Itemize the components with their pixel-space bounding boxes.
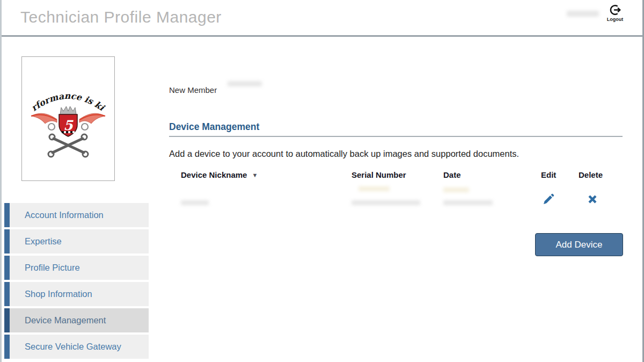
column-header-delete: Delete: [579, 170, 603, 179]
logo-crown: [60, 106, 76, 114]
sidebar-item-expertise[interactable]: Expertise: [4, 229, 149, 254]
app-header: Technician Profile Manager Logout: [0, 0, 644, 37]
redacted-smudge: [443, 187, 469, 192]
redacted-member-name: [228, 81, 262, 86]
column-header-date: Date: [443, 170, 461, 179]
section-title: Device Management: [169, 121, 259, 133]
add-device-button[interactable]: Add Device: [535, 233, 623, 256]
edit-device-button[interactable]: [541, 193, 555, 207]
sidebar-item-label: Expertise: [25, 236, 62, 246]
sidebar-item-label: Profile Picture: [25, 263, 80, 272]
sidebar-item-label: Secure Vehicle Gateway: [25, 342, 121, 351]
sidebar-item-label: Account Information: [25, 210, 104, 220]
sidebar-item-profile-picture[interactable]: Profile Picture: [4, 256, 149, 280]
section-divider: [169, 136, 623, 137]
profile-picture: performance is king 5: [21, 56, 115, 181]
redacted-serial-number: [352, 200, 420, 205]
sidebar-item-device-management[interactable]: Device Management: [4, 308, 149, 332]
sidebar-item-secure-vehicle-gateway[interactable]: Secure Vehicle Gateway: [4, 335, 149, 359]
redacted-smudge: [358, 186, 390, 191]
column-header-serial-number: Serial Number: [352, 170, 406, 179]
page-title: Technician Profile Manager: [20, 8, 222, 26]
sidebar-item-account-information[interactable]: Account Information: [4, 203, 149, 227]
sort-desc-icon[interactable]: ▼: [252, 172, 258, 178]
sidebar-nav: Account Information Expertise Profile Pi…: [4, 203, 149, 359]
redacted-username: [567, 11, 599, 17]
section-description: Add a device to your account to automati…: [169, 149, 519, 159]
page: Technician Profile Manager Logout perfor…: [0, 0, 644, 362]
edit-pencil-icon: [542, 199, 555, 207]
logout-label: Logout: [602, 17, 628, 22]
logo-wrenches: [48, 134, 88, 157]
logo-checker-band: [62, 131, 75, 133]
profile-logo-image: performance is king 5: [24, 78, 113, 159]
logout-button[interactable]: Logout: [602, 4, 628, 22]
redacted-device-nickname: [181, 200, 209, 205]
sidebar-item-label: Shop Information: [25, 289, 92, 299]
sidebar-item-label: Device Management: [25, 315, 106, 325]
member-status: New Member: [169, 85, 217, 95]
column-header-label: Device Nickname: [181, 170, 247, 179]
column-header-edit: Edit: [541, 170, 556, 179]
redacted-date: [443, 200, 493, 205]
logo-shield-number: 5: [63, 118, 74, 133]
column-header-device-nickname[interactable]: Device Nickname▼: [181, 170, 258, 179]
delete-device-button[interactable]: [586, 193, 599, 207]
page-left-border: [0, 0, 2, 362]
sidebar-item-shop-information[interactable]: Shop Information: [4, 282, 149, 306]
delete-x-icon: [586, 199, 599, 207]
